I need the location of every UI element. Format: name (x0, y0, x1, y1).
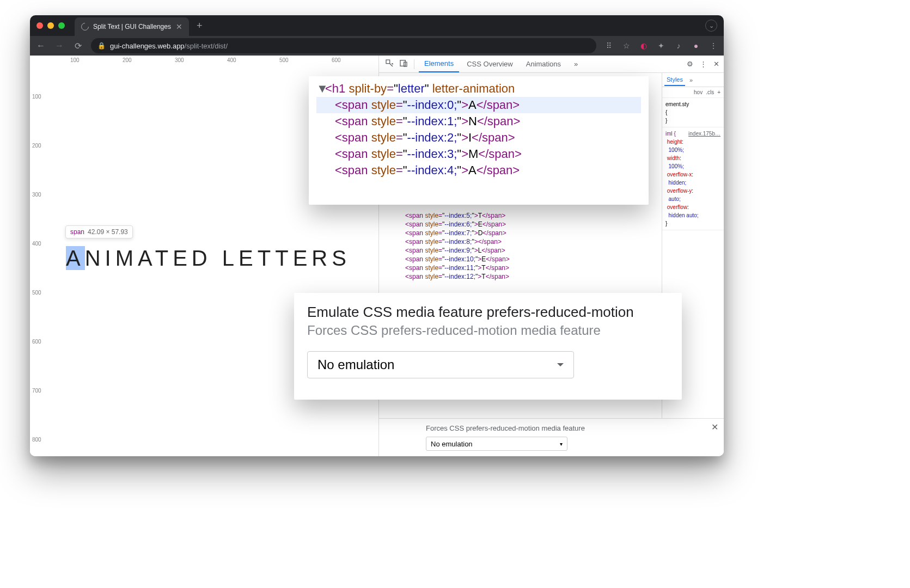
settings-icon[interactable]: ⚙ (687, 60, 693, 68)
css-declaration[interactable]: height: 100%; (665, 138, 720, 154)
dom-span-line[interactable]: <span style="--index:1;">N</span> (316, 113, 641, 130)
tooltip-tag: span (70, 228, 84, 236)
expand-caret-icon[interactable]: ▼ (316, 82, 325, 96)
kebab-menu-icon[interactable]: ⋮ (700, 60, 707, 68)
translate-icon[interactable]: ⠿ (604, 41, 614, 51)
svg-rect-0 (386, 60, 390, 64)
emulation-select[interactable]: No emulation (307, 351, 574, 378)
emulate-subtitle: Forces CSS prefers-reduced-motion media … (307, 323, 669, 338)
menu-icon[interactable]: ⋮ (709, 41, 718, 51)
dom-span-line[interactable]: <span style="--index:6;">E</span> (379, 220, 662, 229)
new-tab-button[interactable]: + (197, 20, 203, 32)
extensions-icon[interactable]: ✦ (656, 41, 666, 51)
rendering-drawer: ✕ Forces CSS prefers-reduced-motion medi… (379, 418, 724, 456)
css-declaration[interactable]: width: 100%; (665, 154, 720, 170)
emulate-command-overlay: Emulate CSS media feature prefers-reduce… (294, 293, 682, 400)
dom-span-line[interactable]: <span style="--index:8;"></span> (379, 237, 662, 246)
extension-colorzilla-icon[interactable]: ◐ (639, 41, 649, 51)
element-inspector-tooltip: span42.09 × 57.93 (65, 225, 133, 238)
toolbar-icons: ⠿ ☆ ◐ ✦ ♪ ● ⋮ (604, 41, 718, 51)
chevron-down-icon (557, 363, 564, 370)
emulate-title: Emulate CSS media feature prefers-reduce… (307, 304, 669, 321)
more-tabs-icon[interactable]: » (569, 56, 583, 72)
back-button[interactable]: ← (35, 41, 46, 51)
vertical-ruler: 100 200 300 400 500 600 700 800 (30, 56, 46, 456)
selected-letter: A (66, 246, 85, 270)
profile-avatar-icon[interactable]: ● (691, 41, 701, 51)
h1-element-line[interactable]: ▼<h1 split-by="letter" letter-animation (316, 81, 641, 97)
zoomed-dom-overlay: ▼<h1 split-by="letter" letter-animation … (309, 76, 649, 205)
chevron-down-icon: ▾ (560, 441, 563, 447)
animations-tab[interactable]: Animations (521, 56, 566, 72)
css-declaration[interactable]: overflow: hidden auto; (665, 203, 720, 219)
hov-toggle[interactable]: hov (694, 89, 703, 95)
dom-span-line[interactable]: <span style="--index:11;">T</span> (379, 264, 662, 272)
browser-tab[interactable]: Split Text | GUI Challenges ✕ (75, 17, 189, 36)
drawer-description: Forces CSS prefers-reduced-motion media … (426, 424, 714, 432)
tooltip-dimensions: 42.09 × 57.93 (88, 228, 128, 236)
dom-span-line[interactable]: <span style="--index:12;">T</span> (379, 272, 662, 281)
address-bar[interactable]: 🔒 gui-challenges.web.app/split-text/dist… (91, 38, 596, 53)
css-declaration[interactable]: overflow-x: hidden; (665, 170, 720, 187)
window-controls (36, 22, 65, 29)
element-style-block[interactable]: ement.sty { } (662, 98, 724, 127)
dom-span-line[interactable]: <span style="--index:4;">A</span> (316, 162, 641, 179)
inspect-element-icon[interactable] (383, 59, 395, 69)
url-text: gui-challenges.web.app/split-text/dist/ (110, 42, 228, 50)
tab-close-icon[interactable]: ✕ (176, 22, 182, 31)
window-titlebar: Split Text | GUI Challenges ✕ + ⌄ (30, 15, 724, 36)
dom-span-line[interactable]: <span style="--index:10;">E</span> (379, 255, 662, 264)
heading-rest: NIMATED LETTERS (85, 246, 351, 270)
dom-span-line[interactable]: <span style="--index:0;">A</span> (316, 97, 641, 113)
svg-rect-1 (400, 60, 405, 66)
more-styles-tabs-icon[interactable]: » (687, 75, 695, 85)
dom-span-line[interactable]: <span style="--index:5;">T</span> (379, 211, 662, 220)
stylesheet-block[interactable]: index.175b… iml { height: 100%; width: 1… (662, 127, 724, 230)
lock-icon: 🔒 (97, 42, 106, 50)
close-devtools-icon[interactable]: ✕ (713, 60, 719, 68)
reload-button[interactable]: ⟳ (72, 41, 83, 51)
loading-favicon-icon (80, 21, 90, 32)
bookmark-icon[interactable]: ☆ (621, 41, 631, 51)
maximize-window-button[interactable] (58, 22, 65, 29)
styles-tab[interactable]: Styles (664, 74, 685, 86)
minimize-window-button[interactable] (47, 22, 54, 29)
emulation-select-small[interactable]: No emulation ▾ (426, 437, 567, 451)
new-style-rule-icon[interactable]: + (717, 89, 720, 95)
media-icon[interactable]: ♪ (674, 41, 683, 51)
tab-title: Split Text | GUI Challenges (93, 23, 171, 30)
dom-span-line[interactable]: <span style="--index:9;">L</span> (379, 246, 662, 255)
dom-span-line[interactable]: <span style="--index:7;">D</span> (379, 229, 662, 237)
account-icon[interactable]: ⌄ (705, 20, 717, 32)
dom-span-line[interactable]: <span style="--index:2;">I</span> (316, 130, 641, 146)
stylesheet-link[interactable]: index.175b… (688, 130, 720, 138)
css-overview-tab[interactable]: CSS Overview (461, 56, 518, 72)
forward-button[interactable]: → (54, 41, 65, 51)
dom-span-line[interactable]: <span style="--index:3;">M</span> (316, 146, 641, 162)
horizontal-ruler: 100 200 300 400 500 600 (30, 56, 378, 65)
elements-tab[interactable]: Elements (419, 56, 459, 72)
close-window-button[interactable] (36, 22, 43, 29)
drawer-close-icon[interactable]: ✕ (711, 422, 718, 432)
devtools-tabs: Elements CSS Overview Animations » ⚙ ⋮ ✕ (379, 56, 724, 73)
device-toolbar-icon[interactable] (398, 59, 410, 69)
css-declaration[interactable]: overflow-y: auto; (665, 187, 720, 203)
page-heading: ANIMATED LETTERS (66, 246, 351, 271)
cls-toggle[interactable]: .cls (706, 89, 714, 95)
navigation-bar: ← → ⟳ 🔒 gui-challenges.web.app/split-tex… (30, 36, 724, 56)
